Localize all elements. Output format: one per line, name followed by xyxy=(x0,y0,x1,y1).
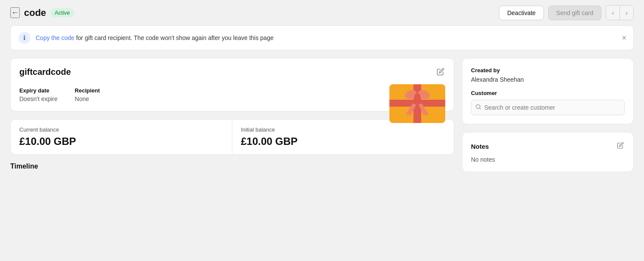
notes-header: Notes xyxy=(471,141,625,152)
expiry-value: Doesn't expire xyxy=(19,95,58,102)
page-title: code xyxy=(24,7,46,18)
edit-code-button[interactable] xyxy=(436,67,445,79)
svg-line-7 xyxy=(480,108,481,109)
banner-close-button[interactable]: × xyxy=(622,34,626,42)
timeline-section: Timeline xyxy=(10,163,454,170)
info-banner: ℹ Copy the code for gift card recipient.… xyxy=(10,25,634,50)
created-by-name: Alexandra Sheehan xyxy=(471,76,625,83)
customer-search-input[interactable] xyxy=(471,100,625,115)
current-balance-label: Current balance xyxy=(19,126,223,133)
nav-next-button[interactable]: › xyxy=(620,6,633,20)
created-by-card: Created by Alexandra Sheehan Customer xyxy=(462,58,634,124)
customer-label: Customer xyxy=(471,90,625,96)
notes-title: Notes xyxy=(471,143,489,150)
content-grid: giftcardcode xyxy=(10,58,634,172)
initial-balance-section: Initial balance £10.00 GBP xyxy=(232,120,454,154)
svg-rect-2 xyxy=(413,84,421,123)
copy-code-link[interactable]: Copy the code xyxy=(36,34,74,41)
svg-point-5 xyxy=(414,93,420,99)
nav-prev-button[interactable]: ‹ xyxy=(606,6,620,20)
current-balance-section: Current balance £10.00 GBP xyxy=(11,120,232,154)
deactivate-button[interactable]: Deactivate xyxy=(499,6,544,20)
gift-card-code: giftcardcode xyxy=(19,67,71,77)
customer-search-wrap xyxy=(471,100,625,115)
header-left: ← code Active xyxy=(10,7,494,18)
main-content: ℹ Copy the code for gift card recipient.… xyxy=(0,25,644,182)
send-gift-card-button[interactable]: Send gift card xyxy=(548,6,601,20)
recipient-value: None xyxy=(75,95,89,102)
edit-icon xyxy=(437,68,444,76)
header: ← code Active Deactivate Send gift card … xyxy=(0,0,644,25)
gift-card-svg xyxy=(389,84,445,123)
initial-balance-label: Initial balance xyxy=(241,126,445,133)
balance-card: Current balance £10.00 GBP Initial balan… xyxy=(10,119,454,155)
banner-text: Copy the code for gift card recipient. T… xyxy=(36,34,273,41)
search-icon xyxy=(475,104,481,111)
left-column: giftcardcode xyxy=(10,58,454,170)
gift-card-header: giftcardcode xyxy=(19,67,445,79)
notes-card: Notes No notes xyxy=(462,132,634,172)
gift-card-details: Expiry date Doesn't expire Recipient Non… xyxy=(19,87,445,102)
recipient-label: Recipient xyxy=(75,87,100,94)
header-actions: Deactivate Send gift card ‹ › xyxy=(499,5,634,20)
created-by-label: Created by xyxy=(471,67,625,74)
banner-message: for gift card recipient. The code won't … xyxy=(74,34,273,41)
balance-grid: Current balance £10.00 GBP Initial balan… xyxy=(11,120,454,154)
gift-card-card: giftcardcode xyxy=(10,58,454,111)
back-button[interactable]: ← xyxy=(10,7,20,18)
timeline-title: Timeline xyxy=(10,163,38,170)
nav-arrows: ‹ › xyxy=(606,5,634,20)
right-column: Created by Alexandra Sheehan Customer No… xyxy=(462,58,634,172)
initial-balance-amount: £10.00 GBP xyxy=(241,135,445,147)
recipient-group: Recipient None xyxy=(75,87,100,102)
expiry-label: Expiry date xyxy=(19,87,58,94)
notes-edit-icon xyxy=(617,142,624,149)
notes-text: No notes xyxy=(471,156,625,163)
expiry-group: Expiry date Doesn't expire xyxy=(19,87,58,102)
current-balance-amount: £10.00 GBP xyxy=(19,135,223,147)
status-badge: Active xyxy=(50,8,74,17)
gift-card-image xyxy=(389,84,445,123)
edit-notes-button[interactable] xyxy=(616,141,625,152)
info-icon: ℹ xyxy=(18,32,30,44)
